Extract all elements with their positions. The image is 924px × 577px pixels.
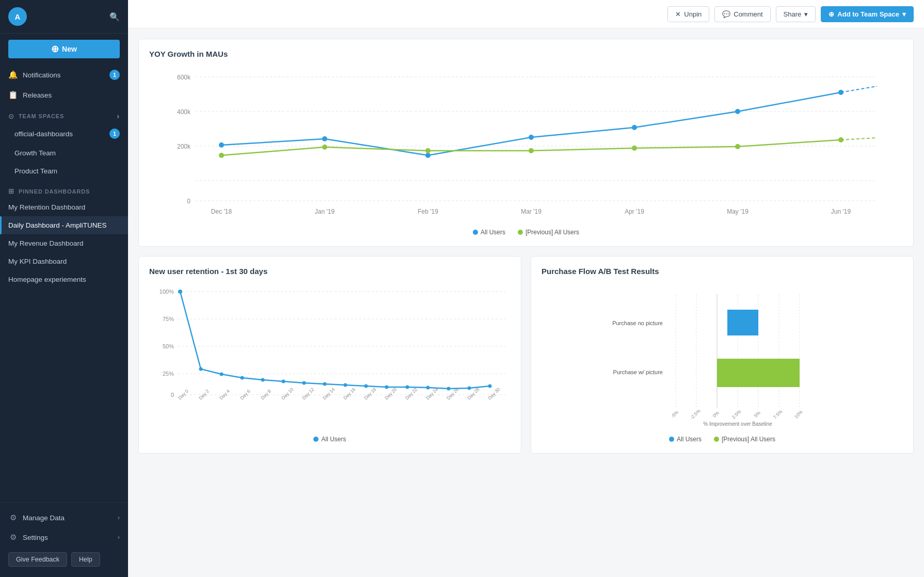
ab-previous-text: [Previous] All Users [722, 436, 775, 443]
ab-chart-svg: Purchase no picture Purchase w/ picture [541, 284, 903, 428]
svg-text:0: 0 [187, 198, 190, 205]
sidebar-item-daily-dashboard[interactable]: Daily Dashboard - AmpliTUNES [0, 216, 128, 234]
svg-point-52 [385, 386, 389, 389]
svg-text:100%: 100% [160, 288, 174, 295]
manage-data-chevron-icon: › [118, 514, 120, 521]
pinned-dashboards-header: ⊞ PINNED DASHBOARDS [0, 180, 128, 198]
ab-chart-card: Purchase Flow A/B Test Results Purchase … [531, 256, 914, 454]
svg-text:Day 16: Day 16 [342, 387, 356, 400]
svg-text:-2.5%: -2.5% [689, 408, 702, 421]
add-to-team-space-button[interactable]: ⊕ Add to Team Space ▾ [821, 6, 914, 22]
official-dashboards-badge: 1 [109, 129, 120, 139]
topbar: ✕ Unpin 💬 Comment Share ▾ ⊕ Add to Team … [128, 0, 924, 28]
svg-text:Jan '19: Jan '19 [315, 208, 335, 215]
daily-dashboard-label: Daily Dashboard - AmpliTUNES [8, 221, 107, 229]
retention-chart-title: New user retention - 1st 30 days [149, 267, 511, 276]
sidebar-item-growth-team[interactable]: Growth Team [0, 144, 128, 162]
svg-point-23 [838, 90, 843, 95]
svg-point-54 [426, 386, 430, 390]
yoy-previous-text: [Previous] All Users [525, 229, 579, 236]
yoy-chart-svg: 600k 400k 200k 0 Dec '18 Jan '19 Feb '19… [149, 67, 903, 221]
share-chevron-icon: ▾ [804, 10, 808, 18]
notifications-icon: 🔔 [8, 70, 18, 79]
search-icon[interactable]: 🔍 [109, 12, 120, 22]
svg-text:600k: 600k [177, 74, 191, 81]
sidebar-item-notifications[interactable]: 🔔 Notifications 1 [0, 65, 128, 85]
logo-text: A [15, 12, 21, 21]
settings-icon: ⚙ [8, 533, 18, 542]
product-team-label: Product Team [14, 167, 57, 175]
svg-point-19 [425, 153, 431, 158]
svg-point-29 [632, 146, 637, 151]
ab-no-picture-bar [727, 310, 758, 335]
svg-text:7.5%: 7.5% [772, 409, 784, 420]
ab-chart-title: Purchase Flow A/B Test Results [541, 267, 903, 276]
content-area: YOY Growth in MAUs 600k 400k 200k 0 Dec … [128, 28, 924, 577]
help-button[interactable]: Help [71, 552, 100, 567]
svg-point-46 [261, 378, 265, 382]
sidebar-item-homepage[interactable]: Homepage experiements [0, 270, 128, 288]
svg-text:Day 30: Day 30 [487, 387, 501, 400]
team-spaces-chevron-icon[interactable]: › [117, 112, 120, 120]
notifications-label: Notifications [23, 71, 61, 79]
releases-label: Releases [23, 91, 52, 99]
share-button[interactable]: Share ▾ [776, 6, 816, 22]
add-team-space-chevron-icon: ▾ [902, 10, 906, 18]
svg-text:May '19: May '19 [727, 208, 748, 215]
svg-text:Jun '19: Jun '19 [831, 208, 851, 215]
svg-point-17 [219, 142, 224, 148]
new-button[interactable]: ⊕ New [8, 40, 120, 58]
svg-text:Dec '18: Dec '18 [211, 208, 232, 215]
ab-with-picture-bar [717, 359, 800, 387]
svg-text:10%: 10% [793, 409, 804, 420]
official-dashboards-label: official-dashboards [14, 130, 73, 138]
svg-text:Day 18: Day 18 [363, 387, 377, 400]
sidebar-item-my-revenue[interactable]: My Revenue Dashboard [0, 234, 128, 252]
svg-point-44 [220, 373, 224, 376]
yoy-previous-dot [518, 230, 523, 235]
ab-all-users-dot [669, 437, 674, 442]
notifications-badge: 1 [109, 70, 120, 80]
svg-point-28 [529, 148, 534, 153]
add-to-team-space-label: Add to Team Space [837, 10, 899, 18]
svg-point-49 [323, 382, 327, 386]
homepage-label: Homepage experiements [8, 276, 86, 283]
svg-text:5%: 5% [753, 410, 761, 419]
svg-text:Day 12: Day 12 [301, 387, 315, 400]
svg-point-31 [838, 137, 843, 142]
svg-point-20 [529, 135, 534, 140]
sidebar-item-official-dashboards[interactable]: official-dashboards 1 [0, 123, 128, 144]
main: ✕ Unpin 💬 Comment Share ▾ ⊕ Add to Team … [128, 0, 924, 577]
sidebar-item-product-team[interactable]: Product Team [0, 162, 128, 180]
give-feedback-button[interactable]: Give Feedback [8, 552, 67, 567]
svg-point-25 [219, 153, 224, 158]
svg-text:0%: 0% [712, 410, 720, 419]
svg-point-45 [241, 376, 244, 380]
svg-text:% Improvement over Baseline: % Improvement over Baseline [703, 421, 772, 427]
svg-text:0: 0 [171, 392, 174, 398]
unpin-button[interactable]: ✕ Unpin [667, 6, 709, 22]
logo[interactable]: A [8, 7, 27, 26]
svg-text:25%: 25% [163, 371, 174, 377]
settings-label: Settings [23, 534, 48, 541]
growth-team-label: Growth Team [14, 149, 56, 157]
comment-button[interactable]: 💬 Comment [714, 6, 770, 22]
sidebar-item-my-retention[interactable]: My Retention Dashboard [0, 198, 128, 216]
sidebar-item-manage-data[interactable]: ⚙ Manage Data › [0, 508, 128, 527]
comment-icon: 💬 [722, 10, 730, 18]
sidebar-bottom: ⚙ Manage Data › ⚙ Settings › Give Feedba… [0, 502, 128, 577]
svg-line-16 [841, 86, 877, 92]
yoy-legend-all-users: All Users [473, 229, 505, 236]
pinned-icon: ⊞ [8, 187, 14, 195]
yoy-legend-previous: [Previous] All Users [518, 229, 579, 236]
svg-point-47 [282, 380, 285, 383]
svg-point-27 [425, 148, 431, 153]
retention-chart-card: New user retention - 1st 30 days 100% 75… [138, 256, 521, 454]
sidebar-item-releases[interactable]: 📋 Releases [0, 85, 128, 105]
my-kpi-label: My KPI Dashboard [8, 258, 67, 265]
sidebar-item-my-kpi[interactable]: My KPI Dashboard [0, 252, 128, 270]
svg-text:Mar '19: Mar '19 [521, 208, 541, 215]
manage-data-label: Manage Data [23, 514, 65, 522]
settings-chevron-icon: › [118, 534, 120, 541]
sidebar-item-settings[interactable]: ⚙ Settings › [0, 527, 128, 547]
